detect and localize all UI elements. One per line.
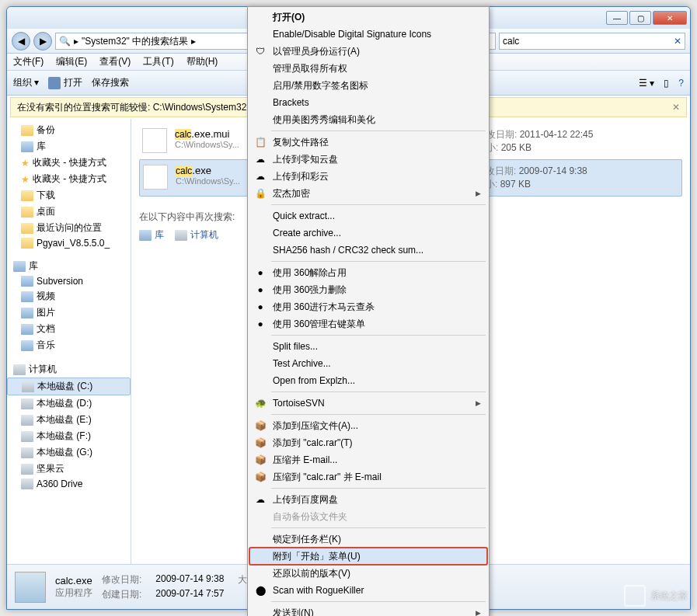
sidebar-drive-item[interactable]: 本地磁盘 (E:) — [7, 412, 131, 428]
menu-item-label: TortoiseSVN — [273, 398, 325, 409]
sidebar-drive-item[interactable]: 坚果云 — [7, 461, 131, 477]
help-button[interactable]: ? — [678, 78, 684, 89]
context-menu[interactable]: 打开(O)Enable/Disable Digital Signature Ic… — [247, 6, 490, 616]
open-icon — [48, 77, 61, 89]
context-menu-item[interactable]: ☁上传到百度网盘 — [249, 491, 487, 508]
menu-help[interactable]: 帮助(H) — [186, 55, 218, 68]
drive-icon — [21, 479, 33, 489]
context-menu-item[interactable]: 启用/禁用数字签名图标 — [249, 77, 487, 94]
view-options-button[interactable]: ☰ ▾ — [639, 78, 654, 89]
menu-item-label: 上传到百度网盘 — [273, 493, 338, 506]
computer-root[interactable]: 计算机 — [7, 361, 131, 378]
menu-item-label: 压缩到 "calc.rar" 并 E-mail — [273, 471, 382, 484]
sidebar-library-item[interactable]: Subversion — [7, 274, 131, 288]
context-menu-item[interactable]: 📦添加到压缩文件(A)... — [249, 417, 487, 434]
drive-icon — [21, 464, 33, 475]
context-menu-item[interactable]: Brackets — [249, 94, 487, 111]
menu-separator — [271, 488, 486, 489]
menu-item-icon: ☁ — [254, 493, 267, 506]
sidebar-library-item[interactable]: 音乐 — [7, 337, 131, 353]
close-button[interactable]: ✕ — [653, 11, 687, 25]
context-menu-item[interactable]: 打开(O) — [249, 9, 487, 26]
sidebar-drive-item[interactable]: A360 Drive — [7, 477, 131, 491]
back-button[interactable]: ◀ — [12, 32, 30, 50]
sidebar-item-label: 库 — [37, 140, 46, 153]
sidebar-item[interactable]: Pgyavi_V8.5.5.0_ — [7, 236, 131, 250]
context-menu-item[interactable]: 📦压缩并 E-mail... — [249, 451, 487, 468]
star-icon: ★ — [21, 158, 30, 169]
forward-button[interactable]: ▶ — [33, 32, 52, 50]
context-menu-item[interactable]: 📦添加到 "calc.rar"(T) — [249, 434, 487, 451]
sidebar-library-item[interactable]: 文档 — [7, 321, 131, 337]
organize-button[interactable]: 组织 ▾ — [13, 76, 39, 89]
sidebar-library-item[interactable]: 图片 — [7, 305, 131, 321]
lib-icon — [21, 141, 33, 152]
context-menu-item[interactable]: 使用美图秀秀编辑和美化 — [249, 111, 487, 128]
sidebar-item[interactable]: ★收藏夹 - 快捷方式 — [7, 155, 131, 171]
context-menu-item[interactable]: Quick extract... — [249, 207, 487, 224]
context-menu-item[interactable]: ●使用 360进行木马云查杀 — [249, 298, 487, 315]
context-menu-item[interactable]: 锁定到任务栏(K) — [249, 531, 487, 548]
save-search-button[interactable]: 保存搜索 — [92, 76, 129, 89]
context-menu-item[interactable]: 还原以前的版本(V) — [249, 565, 487, 582]
drive-icon — [21, 431, 33, 442]
sidebar-item[interactable]: 备份 — [7, 122, 131, 138]
context-menu-item[interactable]: 🐢TortoiseSVN▶ — [249, 395, 487, 412]
context-menu-item[interactable]: ☁上传到零知云盘 — [249, 151, 487, 168]
sidebar-item[interactable]: 库 — [7, 138, 131, 155]
context-menu-item[interactable]: ●使用 360强力删除 — [249, 281, 487, 298]
context-menu-item[interactable]: ●使用 360解除占用 — [249, 264, 487, 281]
sidebar-drive-item[interactable]: 本地磁盘 (F:) — [7, 428, 131, 444]
menu-view[interactable]: 查看(V) — [99, 55, 131, 68]
context-menu-item[interactable]: ⬤Scan with RogueKiller — [249, 582, 487, 599]
menu-item-icon: ● — [254, 318, 267, 330]
menu-tools[interactable]: 工具(T) — [143, 55, 173, 68]
sidebar-item[interactable]: 最近访问的位置 — [7, 220, 131, 236]
context-menu-item[interactable]: SHA256 hash / CRC32 check sum... — [249, 242, 487, 259]
sidebar-item-label: 备份 — [37, 124, 55, 137]
menu-edit[interactable]: 编辑(E) — [56, 55, 87, 68]
chevron-icon: ▸ — [191, 36, 196, 47]
menu-file[interactable]: 文件(F) — [13, 55, 44, 68]
menu-item-label: Split files... — [273, 341, 318, 352]
preview-pane-button[interactable]: ▯ — [664, 78, 669, 89]
context-menu-item[interactable]: Create archive... — [249, 224, 487, 242]
context-menu-item[interactable]: ☁上传到和彩云 — [249, 168, 487, 185]
search-again-libraries[interactable]: 库 — [139, 228, 164, 242]
sidebar-drive-item[interactable]: 本地磁盘 (C:) — [7, 378, 131, 395]
context-menu-item[interactable]: 附到「开始」菜单(U) — [249, 548, 487, 565]
sidebar-drive-item[interactable]: 本地磁盘 (G:) — [7, 444, 131, 461]
sidebar-item[interactable]: 桌面 — [7, 204, 131, 220]
search-again-computer[interactable]: 计算机 — [175, 228, 218, 242]
context-menu-item[interactable]: Split files... — [249, 338, 487, 355]
context-menu-item[interactable]: 📦压缩到 "calc.rar" 并 E-mail — [249, 468, 487, 485]
context-menu-item[interactable]: 发送到(N)▶ — [249, 604, 487, 616]
context-menu-item[interactable]: 🛡以管理员身份运行(A) — [249, 43, 487, 60]
search-input[interactable] — [503, 36, 674, 47]
clear-search-icon[interactable]: ✕ — [674, 36, 681, 47]
context-menu-item[interactable]: Enable/Disable Digital Signature Icons — [249, 26, 487, 43]
menu-item-label: 使用美图秀秀编辑和美化 — [273, 113, 375, 127]
minimize-button[interactable]: — — [606, 11, 628, 25]
open-button[interactable]: 打开 — [48, 76, 82, 89]
sidebar-item-label: 本地磁盘 (G:) — [37, 446, 92, 459]
info-bar-close-icon[interactable]: ✕ — [672, 102, 680, 113]
sidebar-item-label: Pgyavi_V8.5.5.0_ — [37, 238, 110, 249]
search-box[interactable]: ✕ — [499, 33, 685, 50]
libraries-root[interactable]: 库 — [7, 258, 131, 274]
menu-item-label: 管理员取得所有权 — [273, 62, 347, 75]
menu-item-icon: 📦 — [254, 419, 267, 432]
context-menu-item[interactable]: 🔒宏杰加密▶ — [249, 185, 487, 202]
context-menu-item[interactable]: ●使用 360管理右键菜单 — [249, 315, 487, 332]
sidebar-item[interactable]: 下载 — [7, 187, 131, 204]
navigation-pane[interactable]: 备份库★收藏夹 - 快捷方式★收藏夹 - 快捷方式下载桌面最近访问的位置Pgya… — [7, 119, 131, 564]
maximize-button[interactable]: ▢ — [629, 11, 651, 25]
context-menu-item[interactable]: 管理员取得所有权 — [249, 60, 487, 77]
context-menu-item[interactable]: Open from Explzh... — [249, 372, 487, 389]
address-path: "System32" 中的搜索结果 — [82, 35, 188, 48]
context-menu-item[interactable]: Test Archive... — [249, 355, 487, 372]
context-menu-item[interactable]: 📋复制文件路径 — [249, 134, 487, 151]
sidebar-library-item[interactable]: 视频 — [7, 288, 131, 305]
sidebar-drive-item[interactable]: 本地磁盘 (D:) — [7, 395, 131, 412]
sidebar-item[interactable]: ★收藏夹 - 快捷方式 — [7, 171, 131, 187]
